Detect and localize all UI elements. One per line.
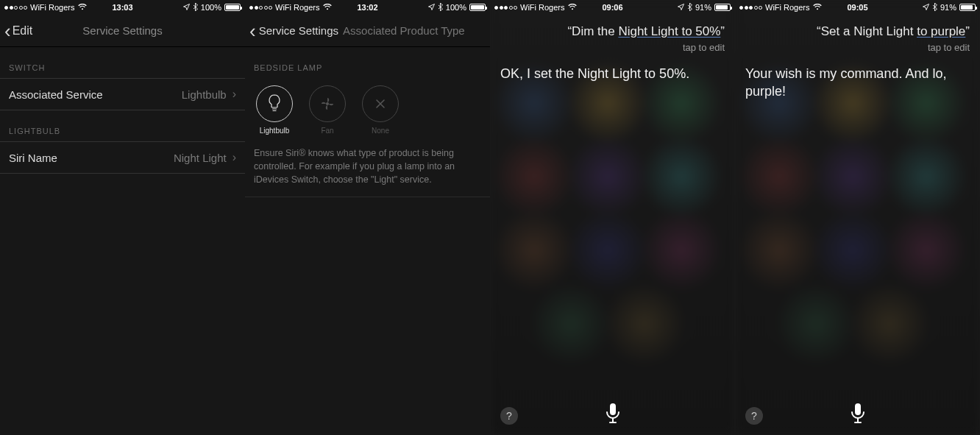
siri-help-button[interactable]: ? — [745, 407, 763, 425]
clock: 09:06 — [490, 3, 735, 12]
row-label: Associated Service — [9, 88, 103, 101]
siri-query-pre: “Set a Night Light — [817, 24, 917, 38]
battery-icon — [959, 4, 976, 11]
siri-query-post: ” — [965, 24, 970, 38]
siri-query-underlined: Night Light to 50% — [618, 24, 720, 38]
chevron-right-icon: › — [232, 151, 236, 164]
microphone-icon — [605, 403, 621, 425]
battery-icon — [714, 4, 731, 11]
microphone-button[interactable] — [844, 400, 872, 428]
lightbulb-icon — [256, 85, 293, 122]
clock: 13:03 — [0, 3, 245, 12]
product-label: None — [372, 127, 389, 135]
screen-siri-purple: WiFi Rogers 09:05 91% “Set a Night Light… — [735, 0, 980, 435]
microphone-button[interactable] — [599, 400, 627, 428]
status-bar: WiFi Rogers 09:05 91% — [735, 0, 980, 15]
close-icon — [362, 85, 399, 122]
siri-query-post: ” — [720, 24, 725, 38]
page-title: Service Settings — [0, 24, 245, 37]
chevron-left-icon: ‹ — [249, 21, 256, 40]
section-header-switch: SWITCH — [0, 47, 245, 78]
help-text: Ensure Siri® knows what type of product … — [245, 139, 490, 197]
siri-query[interactable]: “Set a Night Light to purple” — [745, 24, 970, 40]
tap-to-edit[interactable]: tap to edit — [745, 42, 970, 53]
back-label: Edit — [13, 24, 33, 38]
microphone-icon — [850, 403, 866, 425]
product-none[interactable]: None — [360, 85, 401, 135]
tap-to-edit[interactable]: tap to edit — [500, 42, 725, 53]
chevron-left-icon: ‹ — [4, 21, 11, 40]
screen-siri-dim: WiFi Rogers 09:06 91% “Dim the Night Lig… — [490, 0, 735, 435]
status-bar: WiFi Rogers 09:06 91% — [490, 0, 735, 15]
section-header-lightbulb: LIGHTBULB — [0, 110, 245, 141]
siri-response: Your wish is my command. And lo, purple! — [745, 65, 970, 101]
svg-rect-1 — [610, 403, 616, 415]
siri-query[interactable]: “Dim the Night Light to 50%” — [500, 24, 725, 40]
status-bar: WiFi Rogers 13:02 100% — [245, 0, 490, 15]
clock: 09:05 — [735, 3, 980, 12]
siri-query-underlined: to purple — [917, 24, 965, 38]
product-lightbulb[interactable]: Lightbulb — [254, 85, 295, 135]
svg-rect-2 — [855, 403, 861, 415]
section-header-bedside-lamp: BEDSIDE LAMP — [245, 47, 490, 78]
fan-icon — [309, 85, 346, 122]
product-label: Lightbulb — [260, 127, 290, 135]
product-label: Fan — [321, 127, 333, 135]
product-type-selector: Lightbulb Fan None — [245, 78, 490, 139]
screen-service-settings: WiFi Rogers 13:03 100% ‹ Edit Service Se… — [0, 0, 245, 435]
nav-bar: ‹ Edit Service Settings — [0, 15, 245, 47]
row-associated-service[interactable]: Associated Service Lightbulb › — [0, 78, 245, 110]
screen-associated-product-type: WiFi Rogers 13:02 100% ‹ Service Setting… — [245, 0, 490, 435]
row-siri-name[interactable]: Siri Name Night Light › — [0, 141, 245, 174]
battery-icon — [224, 4, 241, 11]
status-bar: WiFi Rogers 13:03 100% — [0, 0, 245, 15]
back-button[interactable]: ‹ — [245, 21, 256, 40]
row-value: Night Light — [174, 152, 227, 164]
row-value: Lightbulb — [182, 88, 227, 101]
siri-query-pre: “Dim the — [567, 24, 618, 38]
battery-icon — [469, 4, 486, 11]
product-fan[interactable]: Fan — [307, 85, 348, 135]
siri-response: OK, I set the Night Light to 50%. — [500, 65, 725, 82]
back-button[interactable]: ‹ Edit — [0, 21, 32, 40]
nav-bar: ‹ Service Settings Associated Product Ty… — [245, 15, 490, 47]
page-title: Service Settings — [259, 24, 338, 37]
svg-point-0 — [326, 102, 329, 105]
page-subtitle: Associated Product Type — [343, 24, 465, 37]
chevron-right-icon: › — [232, 88, 236, 101]
row-label: Siri Name — [9, 152, 57, 164]
clock: 13:02 — [245, 3, 490, 12]
siri-help-button[interactable]: ? — [500, 407, 518, 425]
